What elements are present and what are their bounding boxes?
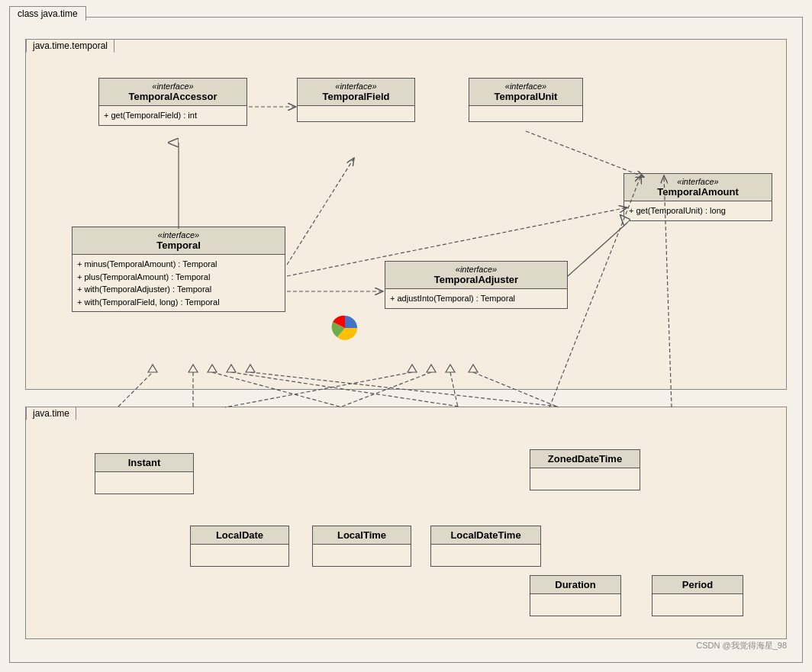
outer-border: java.time.temporal «interface» TemporalA… xyxy=(9,17,803,663)
svg-line-4 xyxy=(526,131,644,177)
pkg-temporal-tab: java.time.temporal xyxy=(26,39,114,53)
class-local-date: LocalDate xyxy=(190,526,289,567)
class-temporal: «interface» Temporal + minus(TemporalAmo… xyxy=(72,227,285,312)
svg-line-6 xyxy=(287,158,354,265)
class-temporal-field: «interface» TemporalField xyxy=(297,78,415,122)
class-zoned-date-time: ZonedDateTime xyxy=(530,449,640,490)
class-local-date-time: LocalDateTime xyxy=(430,526,541,567)
class-temporal-amount: «interface» TemporalAmount + get(Tempora… xyxy=(624,173,772,221)
class-duration: Duration xyxy=(530,575,621,616)
pie-chart-icon xyxy=(331,314,359,342)
watermark: CSDN @我觉得海星_98 xyxy=(696,640,787,651)
class-temporal-unit: «interface» TemporalUnit xyxy=(469,78,583,122)
class-instant: Instant xyxy=(95,453,194,494)
pkg-temporal: java.time.temporal «interface» TemporalA… xyxy=(25,39,787,390)
title-tab: class java.time xyxy=(9,6,86,21)
class-period: Period xyxy=(652,575,743,616)
pkg-time-tab: java.time xyxy=(26,407,76,420)
class-local-time: LocalTime xyxy=(312,526,411,567)
class-temporal-adjuster: «interface» TemporalAdjuster + adjustInt… xyxy=(385,261,568,309)
svg-line-9 xyxy=(568,223,627,276)
pkg-time: java.time Instant LocalDate LocalTime xyxy=(25,407,787,639)
class-temporal-accessor: «interface» TemporalAccessor + get(Tempo… xyxy=(98,78,247,126)
